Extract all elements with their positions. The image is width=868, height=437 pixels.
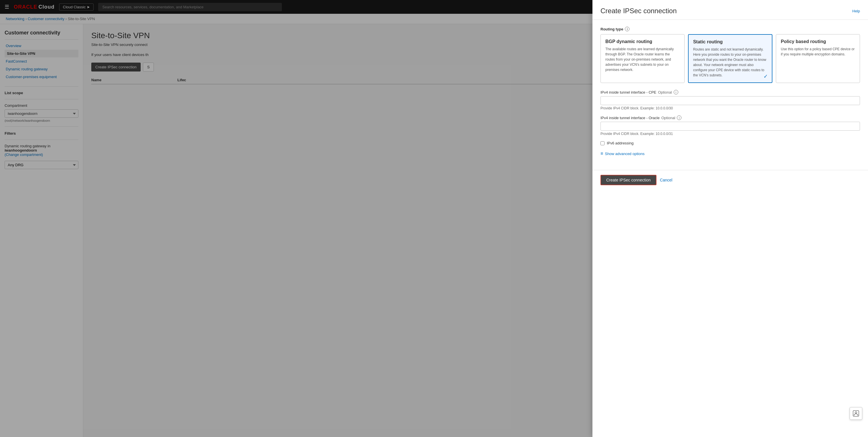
modal-overlay: Create IPSec connection Help Routing typ… (0, 0, 868, 437)
selected-checkmark-icon: ✓ (764, 73, 768, 80)
cancel-button[interactable]: Cancel (660, 178, 673, 182)
ipv4-oracle-label: IPv4 inside tunnel interface - Oracle Op… (600, 116, 860, 120)
policy-card-title: Policy based routing (781, 39, 855, 44)
routing-type-label: Routing type i (600, 27, 860, 31)
static-card-title: Static routing (693, 39, 768, 44)
sliders-icon: ≡ (600, 151, 603, 156)
routing-card-static[interactable]: Static routing Routes are static and not… (688, 34, 773, 83)
modal-help-link[interactable]: Help (852, 9, 860, 13)
ipv4-oracle-input[interactable] (600, 122, 860, 131)
ipv4-oracle-group: IPv4 inside tunnel interface - Oracle Op… (600, 116, 860, 136)
ipv4-cpe-group: IPv4 inside tunnel interface - CPE Optio… (600, 90, 860, 110)
ipv6-checkbox[interactable] (600, 141, 604, 145)
bgp-card-desc: The available routes are learned dynamic… (606, 46, 680, 72)
ipv4-cpe-input[interactable] (600, 96, 860, 105)
routing-card-bgp[interactable]: BGP dynamic routing The available routes… (600, 34, 685, 83)
create-ipsec-connection-button[interactable]: Create IPSec connection (600, 175, 656, 185)
ipv4-oracle-hint: Provide IPv4 CIDR block. Example: 10.0.0… (600, 132, 860, 136)
ipv6-checkbox-group: IPv6 addressing (600, 141, 860, 145)
help-widget-icon (852, 410, 859, 417)
modal-header: Create IPSec connection Help (592, 0, 868, 20)
routing-cards: BGP dynamic routing The available routes… (600, 34, 860, 83)
help-widget[interactable] (849, 407, 862, 420)
ipv4-cpe-label: IPv4 inside tunnel interface - CPE Optio… (600, 90, 860, 94)
routing-card-policy[interactable]: Policy based routing Use this option for… (776, 34, 860, 83)
modal-footer: Create IPSec connection Cancel (592, 170, 868, 190)
modal: Create IPSec connection Help Routing typ… (592, 0, 868, 437)
bgp-card-title: BGP dynamic routing (606, 39, 680, 44)
modal-title: Create IPSec connection (600, 7, 677, 15)
routing-type-info-icon[interactable]: i (625, 27, 629, 31)
ipv4-cpe-hint: Provide IPv4 CIDR block. Example: 10.0.0… (600, 106, 860, 110)
show-advanced-link[interactable]: ≡ Show advanced options (600, 151, 860, 156)
ipv6-label[interactable]: IPv6 addressing (607, 141, 633, 145)
modal-body: Routing type i BGP dynamic routing The a… (592, 20, 868, 170)
ipv4-oracle-info-icon[interactable]: i (677, 116, 681, 120)
ipv4-cpe-info-icon[interactable]: i (674, 90, 678, 94)
static-card-desc: Routes are static and not learned dynami… (693, 47, 768, 78)
policy-card-desc: Use this option for a policy based CPE d… (781, 46, 855, 57)
